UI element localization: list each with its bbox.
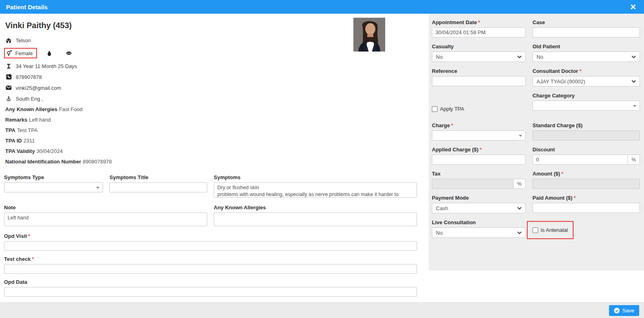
paid-amount-input[interactable] xyxy=(533,203,640,213)
test-check-label-text: Test check xyxy=(4,256,31,262)
reference-input[interactable] xyxy=(432,76,526,86)
anchor-icon xyxy=(5,96,12,102)
required-asterisk: * xyxy=(579,68,581,74)
percent-addon: % xyxy=(628,155,640,165)
dropdown-arrow-icon xyxy=(633,105,636,107)
reference-group: Reference xyxy=(432,67,526,87)
tpa-id-info-value: 2311 xyxy=(23,138,35,144)
modal-title: Patient Details xyxy=(6,4,47,10)
email-value: vinki25@gmail.com xyxy=(16,85,61,91)
symptoms-type-select[interactable] xyxy=(4,182,103,192)
save-button[interactable]: Save xyxy=(609,305,639,316)
apply-tpa-label: Apply TPA xyxy=(440,106,464,112)
tax-label: Tax xyxy=(432,171,526,177)
appointment-date-input[interactable] xyxy=(432,27,526,37)
charge-group: Charge* xyxy=(432,122,526,140)
discount-label: Discount xyxy=(533,147,640,153)
discount-input[interactable] xyxy=(533,155,628,165)
opd-data-label: Opd Data xyxy=(4,279,417,285)
consultant-doctor-group: Consultant Doctor* AJAY TYAGI (90002) xyxy=(533,67,640,87)
old-patient-group: Old Patient No xyxy=(533,43,640,62)
note-textarea[interactable] xyxy=(4,213,207,226)
charge-label: Charge* xyxy=(432,122,526,128)
charge-category-group: Charge Category xyxy=(533,92,640,111)
opd-visit-input[interactable] xyxy=(4,241,417,251)
payment-mode-group: Payment Mode Cash xyxy=(432,194,526,213)
is-antenatal-checkbox[interactable] xyxy=(533,227,538,233)
old-patient-select[interactable]: No xyxy=(533,52,640,62)
age-value: 34 Year 11 Month 25 Days xyxy=(16,63,77,69)
symptoms-textarea[interactable] xyxy=(214,182,417,198)
address-value: South Eng , xyxy=(16,96,43,102)
case-label: Case xyxy=(533,19,640,25)
consultant-doctor-select[interactable]: AJAY TYAGI (90002) xyxy=(533,76,640,87)
case-input[interactable] xyxy=(533,27,640,37)
allergies-info-value: Fast Food xyxy=(59,106,83,112)
close-icon[interactable]: ✕ xyxy=(628,2,638,12)
is-antenatal-cell: Is Antenatal xyxy=(533,219,640,243)
opd-data-group: Opd Data xyxy=(4,279,417,297)
national-id-info-value: 8908078978 xyxy=(83,159,112,165)
casualty-value: No xyxy=(436,54,443,60)
tpa-id-info: TPA ID2311 xyxy=(5,138,417,144)
symptoms-type-label: Symptoms Type xyxy=(4,174,103,180)
any-known-allergies-label: Any Known Allergies xyxy=(214,204,417,211)
age-row: 34 Year 11 Month 25 Days xyxy=(5,63,417,69)
address-row: South Eng , xyxy=(5,95,417,102)
payment-mode-select[interactable]: Cash xyxy=(432,203,526,213)
reference-label: Reference xyxy=(432,68,526,74)
gender-value: Female xyxy=(15,50,33,56)
consultant-doctor-label-text: Consultant Doctor xyxy=(533,68,578,74)
charge-label-text: Charge xyxy=(432,122,450,128)
appointment-form-panel: Appointment Date* Case Casualty No Old P… xyxy=(429,14,644,271)
check-circle-icon xyxy=(614,308,620,314)
medication-pill-icon xyxy=(65,51,72,56)
charge-select[interactable] xyxy=(432,130,526,140)
paid-amount-group: Paid Amount ($)* xyxy=(533,194,640,213)
opd-visit-group: Opd Visit* xyxy=(4,233,417,251)
appointment-date-label-text: Appointment Date xyxy=(432,19,477,25)
symptoms-title-label: Symptoms Title xyxy=(109,174,207,180)
tpa-validity-info-label: TPA Validity xyxy=(5,148,35,154)
opd-visit-label: Opd Visit* xyxy=(4,233,417,239)
live-consultation-select[interactable]: No xyxy=(432,227,526,238)
test-check-input[interactable] xyxy=(4,264,417,274)
phone-value: 878907678 xyxy=(16,74,42,80)
old-patient-value: No xyxy=(537,54,543,60)
any-known-allergies-group: Any Known Allergies xyxy=(214,199,417,228)
paid-amount-label-text: Paid Amount ($) xyxy=(533,195,572,201)
national-id-info-label: National Identification Number xyxy=(5,159,81,165)
apply-tpa-checkbox[interactable] xyxy=(432,106,438,112)
symptoms-title-input[interactable] xyxy=(109,182,207,192)
required-asterisk: * xyxy=(561,171,564,177)
email-row: vinki25@gmail.com xyxy=(5,85,417,91)
remarks-info: RemarksLeft hand xyxy=(5,117,417,123)
modal-footer: Save xyxy=(0,302,644,318)
allergies-info-label: Any Known Allergies xyxy=(5,106,58,112)
consultant-doctor-value: AJAY TYAGI (90002) xyxy=(537,78,585,85)
symptoms-type-group: Symptoms Type xyxy=(4,169,103,199)
standard-charge-label: Standard Charge ($) xyxy=(533,122,640,128)
any-known-allergies-textarea[interactable] xyxy=(214,213,417,226)
charge-category-select[interactable] xyxy=(533,101,640,111)
old-patient-label: Old Patient xyxy=(533,43,640,50)
dropdown-arrow-icon xyxy=(96,187,99,189)
casualty-label: Casualty xyxy=(432,43,526,50)
amount-label-text: Amount ($) xyxy=(533,171,560,177)
standard-charge-group: Standard Charge ($) xyxy=(533,122,640,140)
tpa-info: TPATest TPA xyxy=(5,127,417,133)
apply-tpa-group: Apply TPA xyxy=(432,102,526,116)
dropdown-arrow-icon xyxy=(519,135,522,137)
blood-group-icon xyxy=(46,50,53,56)
case-group: Case xyxy=(533,19,640,37)
email-icon xyxy=(5,85,12,90)
remarks-info-label: Remarks xyxy=(5,117,27,123)
note-group: Note xyxy=(4,199,207,228)
tax-input xyxy=(432,179,514,189)
note-label: Note xyxy=(4,204,207,211)
symptoms-title-group: Symptoms Title xyxy=(109,169,207,199)
chevron-down-icon xyxy=(517,231,522,234)
casualty-select[interactable]: No xyxy=(432,52,526,62)
applied-charge-input[interactable] xyxy=(432,155,526,165)
opd-data-input[interactable] xyxy=(4,287,417,297)
